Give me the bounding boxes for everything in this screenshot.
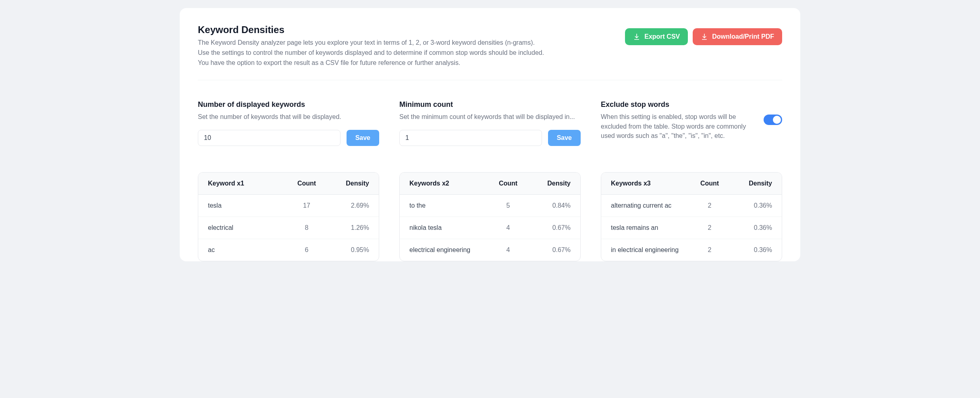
cell-density: 0.67% (526, 224, 571, 231)
keyword-densities-card: Keyword Densities The Keyword Density an… (180, 8, 800, 261)
th-density: Density (325, 180, 369, 187)
page-description: The Keyword Density analyzer page lets y… (198, 38, 609, 68)
cell-count: 2 (691, 246, 728, 254)
header-row: Keyword Densities The Keyword Density an… (198, 24, 782, 80)
setting-exclude-stop-words: Exclude stop words When this setting is … (601, 100, 782, 146)
setting-description: Set the number of keywords that will be … (198, 112, 379, 121)
table-header: Keywords x2 Count Density (400, 173, 580, 195)
input-row: Save (399, 130, 581, 146)
displayed-keywords-input[interactable] (198, 130, 341, 146)
export-csv-label: Export CSV (644, 33, 680, 40)
table-header: Keyword x1 Count Density (198, 173, 379, 195)
keyword-x3-table: Keywords x3 Count Density alternating cu… (601, 172, 782, 261)
table-row: to the 5 0.84% (400, 195, 580, 217)
table-row: in electrical engineering 2 0.36% (601, 239, 782, 261)
setting-title: Exclude stop words (601, 100, 782, 109)
cell-count: 6 (289, 246, 325, 254)
setting-toggle-row: When this setting is enabled, stop words… (601, 112, 782, 140)
table-row: electrical engineering 4 0.67% (400, 239, 580, 261)
keyword-x2-table: Keywords x2 Count Density to the 5 0.84%… (399, 172, 581, 261)
cell-count: 4 (490, 224, 526, 231)
th-density: Density (526, 180, 571, 187)
settings-row: Number of displayed keywords Set the num… (198, 80, 782, 146)
table-row: nikola tesla 4 0.67% (400, 217, 580, 239)
cell-keyword: nikola tesla (409, 224, 490, 231)
download-pdf-label: Download/Print PDF (712, 33, 774, 40)
cell-keyword: tesla (208, 202, 289, 209)
download-pdf-button[interactable]: Download/Print PDF (693, 28, 782, 45)
cell-count: 2 (691, 224, 728, 231)
setting-description: When this setting is enabled, stop words… (601, 112, 756, 140)
cell-density: 0.36% (728, 224, 772, 231)
minimum-count-input[interactable] (399, 130, 542, 146)
setting-title: Minimum count (399, 100, 581, 109)
table-row: tesla remains an 2 0.36% (601, 217, 782, 239)
export-csv-button[interactable]: Export CSV (625, 28, 688, 45)
th-count: Count (490, 180, 526, 187)
cell-keyword: ac (208, 246, 289, 254)
cell-keyword: alternating current ac (611, 202, 691, 209)
th-keyword: Keyword x1 (208, 180, 289, 187)
table-header: Keywords x3 Count Density (601, 173, 782, 195)
setting-description: Set the minimum count of keywords that w… (399, 112, 581, 121)
cell-keyword: in electrical engineering (611, 246, 691, 254)
th-keyword: Keywords x2 (409, 180, 490, 187)
table-row: tesla 17 2.69% (198, 195, 379, 217)
cell-density: 0.95% (325, 246, 369, 254)
download-icon (701, 33, 708, 40)
cell-density: 0.36% (728, 246, 772, 254)
exclude-stop-words-toggle[interactable] (764, 115, 782, 125)
cell-keyword: electrical engineering (409, 246, 490, 254)
th-density: Density (728, 180, 772, 187)
save-displayed-keywords-button[interactable]: Save (347, 130, 379, 146)
cell-count: 8 (289, 224, 325, 231)
header-text: Keyword Densities The Keyword Density an… (198, 24, 609, 68)
cell-density: 2.69% (325, 202, 369, 209)
save-minimum-count-button[interactable]: Save (548, 130, 581, 146)
page-title: Keyword Densities (198, 24, 609, 35)
cell-count: 4 (490, 246, 526, 254)
setting-title: Number of displayed keywords (198, 100, 379, 109)
table-row: alternating current ac 2 0.36% (601, 195, 782, 217)
cell-count: 5 (490, 202, 526, 209)
keyword-x1-table: Keyword x1 Count Density tesla 17 2.69% … (198, 172, 379, 261)
cell-count: 17 (289, 202, 325, 209)
input-row: Save (198, 130, 379, 146)
th-count: Count (289, 180, 325, 187)
setting-minimum-count: Minimum count Set the minimum count of k… (399, 100, 581, 146)
cell-keyword: tesla remains an (611, 224, 691, 231)
cell-density: 1.26% (325, 224, 369, 231)
cell-density: 0.36% (728, 202, 772, 209)
tables-row: Keyword x1 Count Density tesla 17 2.69% … (198, 146, 782, 261)
setting-displayed-keywords: Number of displayed keywords Set the num… (198, 100, 379, 146)
cell-count: 2 (691, 202, 728, 209)
cell-density: 0.67% (526, 246, 571, 254)
download-icon (633, 33, 640, 40)
cell-density: 0.84% (526, 202, 571, 209)
th-keyword: Keywords x3 (611, 180, 691, 187)
cell-keyword: electrical (208, 224, 289, 231)
cell-keyword: to the (409, 202, 490, 209)
header-actions: Export CSV Download/Print PDF (625, 28, 782, 45)
table-row: ac 6 0.95% (198, 239, 379, 261)
th-count: Count (691, 180, 728, 187)
table-row: electrical 8 1.26% (198, 217, 379, 239)
